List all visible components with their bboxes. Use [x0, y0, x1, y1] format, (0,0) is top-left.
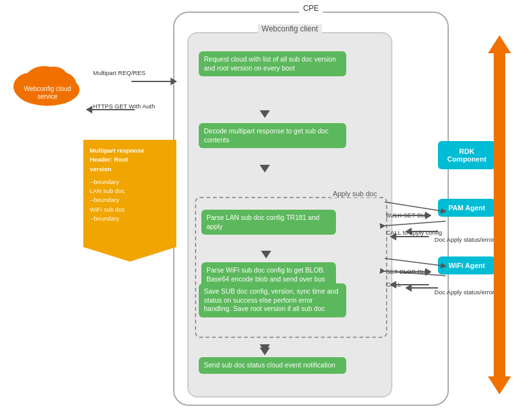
- call-apply-arrow: [390, 236, 429, 237]
- multipart-req-res-label: Multipart REQ/RES: [93, 69, 146, 77]
- orange-arrowhead-up: [488, 35, 511, 53]
- doc-apply-pam-label: Doc Apply status/error: [435, 236, 494, 243]
- wifi-agent-box: WiFi Agent: [438, 256, 496, 274]
- bulk-set-arrow: [392, 215, 431, 216]
- cloud-shape: Webconfig cloud service: [9, 58, 86, 109]
- svg-text:Webconfig cloud: Webconfig cloud: [24, 85, 71, 92]
- rdk-component-box: RDK Component: [438, 141, 496, 169]
- arrow-down-5: [260, 348, 270, 355]
- green-box-2: Decode multipart response to get sub doc…: [199, 123, 346, 148]
- banner: Multipart responseHeader: Rootversion --…: [83, 140, 176, 262]
- cpe-box: CPE Webconfig client Request cloud with …: [173, 12, 449, 406]
- webconfig-label: Webconfig client: [258, 24, 322, 33]
- https-get-arrow: [87, 109, 135, 110]
- doc-apply-wifi-label: Doc Apply status/error: [435, 289, 494, 296]
- banner-body: --boundaryLAN sub doc--boundaryWiFi sub …: [90, 178, 170, 223]
- arrow-down-1: [260, 110, 270, 118]
- doc-apply-pam-arrow: [406, 231, 438, 232]
- webconfig-box: Webconfig client Request cloud with list…: [187, 32, 392, 398]
- arrow-down-3: [261, 251, 271, 258]
- set-blob-arrow: [392, 271, 431, 273]
- apply-subdoc-label: Apply sub doc: [330, 190, 380, 197]
- orange-arrowhead-down: [488, 376, 511, 394]
- arrow-down-2: [260, 165, 270, 172]
- pam-agent-box: PAM Agent: [438, 199, 496, 217]
- multipart-arrow-right: [131, 81, 176, 82]
- green-box-6: Send sub doc status cloud event notifica…: [199, 357, 346, 374]
- green-box-1: Request cloud with list of all sub doc v…: [199, 51, 346, 76]
- cpe-label: CPE: [299, 4, 323, 13]
- green-box-5: Save SUB doc config, version, sync time …: [199, 283, 346, 317]
- orange-arrow-body: [494, 53, 505, 376]
- green-box-3: Parse LAN sub doc config TR181 and apply: [201, 210, 336, 235]
- doc-apply-wifi-arrow: [406, 287, 438, 289]
- svg-text:service: service: [37, 93, 58, 100]
- orange-double-arrow: [488, 35, 511, 394]
- banner-header: Multipart responseHeader: Rootversion: [90, 146, 170, 174]
